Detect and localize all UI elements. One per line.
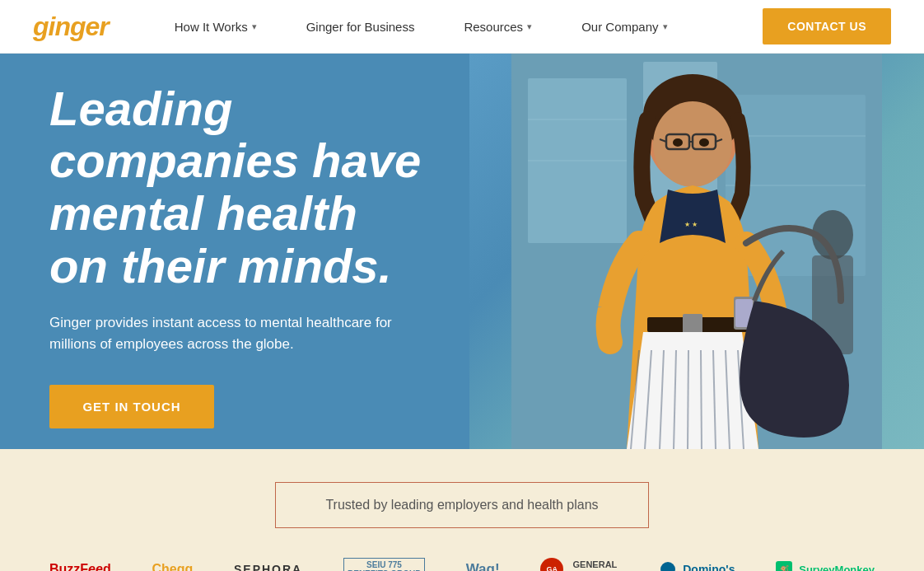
sephora-logo: SEPHORA [234, 563, 302, 571]
chegg-logo: Chegg [152, 562, 193, 571]
svg-line-28 [688, 350, 688, 449]
contact-us-button[interactable]: CONTACT US [763, 8, 891, 44]
svg-point-19 [673, 138, 683, 147]
hero-illustration: ★ ★ [511, 54, 882, 449]
chevron-down-icon: ▾ [252, 21, 257, 32]
trusted-label: Trusted by leading employers and health … [275, 482, 648, 528]
svg-point-20 [699, 138, 709, 147]
svg-text:★ ★: ★ ★ [684, 221, 698, 228]
dominos-logo: Domino's [660, 562, 735, 571]
trusted-label-container: Trusted by leading employers and health … [49, 482, 875, 528]
seiu-logo: SEIU 775BENEFITS GROUP [343, 558, 425, 571]
get-in-touch-button[interactable]: GET IN TOUCH [49, 385, 214, 428]
hero-title: Leading companies have mental health on … [49, 82, 428, 293]
nav-ginger-business[interactable]: Ginger for Business [282, 0, 440, 54]
general-assembly-logo: GA GENERALASSEMBLY [540, 558, 619, 571]
hero-content: Leading companies have mental health on … [0, 54, 469, 449]
nav-resources[interactable]: Resources ▾ [439, 0, 557, 54]
hero-section: Leading companies have mental health on … [0, 54, 924, 449]
trusted-section: Trusted by leading employers and health … [0, 449, 924, 571]
logos-row-1: BuzzFeed Chegg SEPHORA SEIU 775BENEFITS … [49, 558, 875, 571]
navbar: ginger How It Works ▾ Ginger for Busines… [0, 0, 924, 54]
hero-image: ★ ★ [469, 54, 924, 449]
hero-photo: ★ ★ [469, 54, 924, 449]
chevron-down-icon: ▾ [663, 21, 668, 32]
svg-line-29 [701, 350, 702, 449]
buzzfeed-logo: BuzzFeed [49, 562, 111, 571]
logo[interactable]: ginger [33, 12, 109, 42]
wag-logo: Wag! [466, 561, 500, 571]
nav-our-company[interactable]: Our Company ▾ [557, 0, 692, 54]
nav-links: How It Works ▾ Ginger for Business Resou… [150, 0, 763, 54]
chevron-down-icon: ▾ [527, 21, 532, 32]
hero-subtitle: Ginger provides instant access to mental… [49, 312, 412, 356]
surveymonkey-logo: 🐒 SurveyMonkey [776, 561, 875, 571]
nav-how-it-works[interactable]: How It Works ▾ [150, 0, 282, 54]
